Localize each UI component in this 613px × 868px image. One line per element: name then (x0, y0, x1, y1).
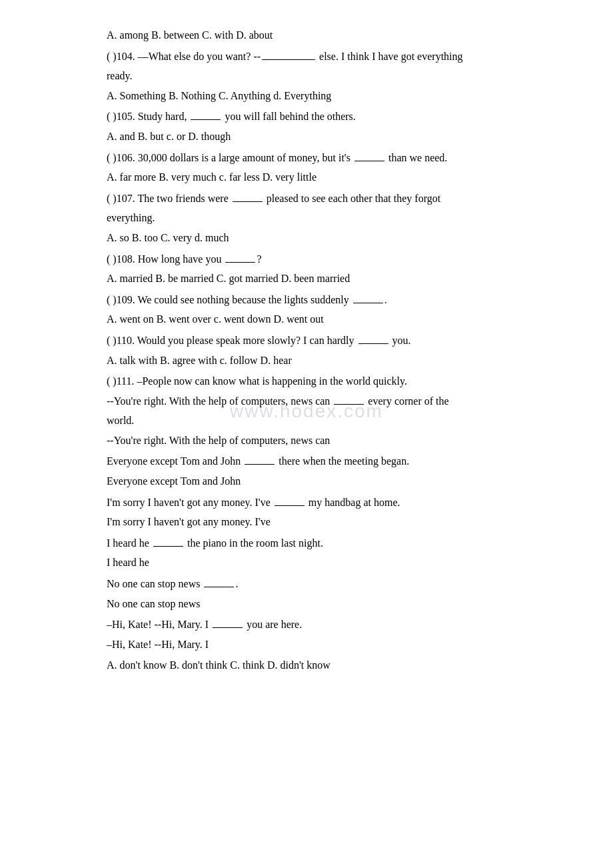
q106-text: 30,000 dollars is a large amount of mone… (138, 152, 353, 163)
q105-block: ( )105. Study hard, you will fall behind… (107, 108, 573, 145)
q115-blank (204, 587, 234, 587)
q117-text: A. don't know B. don't think C. think D.… (107, 659, 330, 671)
q114-block: I heard he the piano in the room last ni… (107, 535, 573, 571)
q109-question: ( )109. We could see nothing because the… (107, 291, 573, 309)
q116-text: –Hi, Kate! --Hi, Mary. I (107, 619, 211, 630)
q108-prefix: ( )108. (107, 253, 135, 265)
q111-text-a: –People now can know what is happening i… (137, 375, 407, 387)
q116-options: –Hi, Kate! --Hi, Mary. I (107, 636, 573, 653)
q110-options: A. talk with B. agree with c. follow D. … (107, 352, 573, 369)
q106-question: ( )106. 30,000 dollars is a large amount… (107, 149, 573, 167)
q104-block: ( )104. —What else do you want? -- else.… (107, 48, 573, 105)
q113-options: I'm sorry I haven't got any money. I've (107, 513, 573, 531)
q107-continuation: everything. (107, 209, 573, 227)
q111-blank (334, 404, 364, 405)
q113-block: I'm sorry I haven't got any money. I've … (107, 494, 573, 531)
q108-block: ( )108. How long have you ? A. married B… (107, 251, 573, 287)
q111-suffix-part: every corner of the (365, 395, 448, 407)
q107-question: ( )107. The two friends were pleased to … (107, 190, 573, 207)
q111-question-a: ( )111. –People now can know what is hap… (107, 373, 573, 390)
q107-block: ( )107. The two friends were pleased to … (107, 190, 573, 247)
q108-suffix: ? (257, 253, 261, 265)
q113-question: I'm sorry I haven't got any money. I've … (107, 494, 573, 511)
q110-question: ( )110. Would you please speak more slow… (107, 332, 573, 349)
q112-suffix: there when the meeting began. (276, 455, 409, 467)
q106-blank (354, 161, 384, 161)
q111-continuation: world. (107, 412, 573, 429)
q116-block: –Hi, Kate! --Hi, Mary. I you are here. –… (107, 616, 573, 653)
q104-prefix: ( )104. (107, 51, 135, 62)
q115-block: No one can stop news . No one can stop n… (107, 575, 573, 612)
q107-suffix-part: pleased to see each other that they forg… (264, 193, 440, 204)
q114-suffix: the piano in the room last night. (185, 537, 323, 549)
q111-block: ( )111. –People now can know what is hap… (107, 373, 573, 449)
q105-prefix: ( )105. (107, 111, 135, 122)
q117-question: A. don't know B. don't think C. think D.… (107, 657, 573, 674)
q113-text: I'm sorry I haven't got any money. I've (107, 497, 273, 508)
q108-text: How long have you (138, 253, 225, 265)
q116-suffix: you are here. (244, 619, 302, 630)
q104-suffix-part: else. I think I have got everything (316, 51, 463, 62)
q110-suffix: you. (390, 335, 411, 346)
q112-options: Everyone except Tom and John (107, 473, 573, 490)
q106-prefix: ( )106. (107, 152, 135, 163)
q116-blank (213, 627, 243, 628)
q107-options: A. so B. too C. very d. much (107, 229, 573, 247)
q105-blank (191, 119, 221, 120)
q109-text: We could see nothing because the lights … (137, 294, 351, 305)
q108-question: ( )108. How long have you ? (107, 251, 573, 268)
q113-blank (275, 505, 305, 506)
q107-blank (233, 201, 263, 202)
q109-options: A. went on B. went over c. went down D. … (107, 311, 573, 328)
q111-options: --You're right. With the help of compute… (107, 432, 573, 449)
q114-options: I heard he (107, 554, 573, 571)
q103-options-block: A. among B. between C. with D. about (107, 27, 573, 44)
q110-text: Would you please speak more slowly? I ca… (137, 335, 357, 346)
q110-block: ( )110. Would you please speak more slow… (107, 332, 573, 369)
q114-question: I heard he the piano in the room last ni… (107, 535, 573, 552)
q115-suffix: . (235, 578, 238, 589)
q108-blank (225, 262, 255, 263)
q115-text: No one can stop news (107, 578, 203, 589)
q108-options: A. married B. be married C. got married … (107, 270, 573, 287)
q117-block: A. don't know B. don't think C. think D.… (107, 657, 573, 674)
q109-suffix: . (384, 294, 387, 305)
q104-options: A. Something B. Nothing C. Anything d. E… (107, 87, 573, 105)
q112-blank (245, 464, 275, 465)
q106-options: A. far more B. very much c. far less D. … (107, 169, 573, 186)
q112-text: Everyone except Tom and John (107, 455, 243, 467)
q105-options: A. and B. but c. or D. though (107, 128, 573, 145)
q104-continuation: ready. (107, 67, 573, 85)
q109-block: ( )109. We could see nothing because the… (107, 291, 573, 328)
q111-text-b: --You're right. With the help of compute… (107, 395, 332, 407)
q115-question: No one can stop news . (107, 575, 573, 593)
q107-prefix: ( )107. (107, 193, 135, 204)
q107-text: The two friends were (137, 193, 231, 204)
q116-question: –Hi, Kate! --Hi, Mary. I you are here. (107, 616, 573, 633)
q105-suffix: you will fall behind the others. (222, 111, 355, 122)
q106-suffix: than we need. (386, 152, 447, 163)
q115-options: No one can stop news (107, 595, 573, 613)
q104-question: ( )104. —What else do you want? -- else.… (107, 48, 573, 65)
q114-blank (153, 546, 183, 547)
q109-blank (353, 303, 383, 303)
q104-blank (262, 59, 315, 60)
q103-options: A. among B. between C. with D. about (107, 27, 573, 44)
q104-text: —What else do you want? -- (138, 51, 261, 62)
q114-text: I heard he (107, 537, 152, 549)
q106-block: ( )106. 30,000 dollars is a large amount… (107, 149, 573, 186)
q110-blank (358, 343, 388, 344)
q111-question-b: --You're right. With the help of compute… (107, 393, 573, 410)
q111-prefix: ( )111. (107, 375, 134, 387)
q110-prefix: ( )110. (107, 335, 135, 346)
q112-block: Everyone except Tom and John there when … (107, 453, 573, 489)
q109-prefix: ( )109. (107, 294, 135, 305)
q113-suffix: my handbag at home. (306, 497, 400, 508)
q112-question: Everyone except Tom and John there when … (107, 453, 573, 470)
q105-text: Study hard, (138, 111, 190, 122)
q105-question: ( )105. Study hard, you will fall behind… (107, 108, 573, 125)
